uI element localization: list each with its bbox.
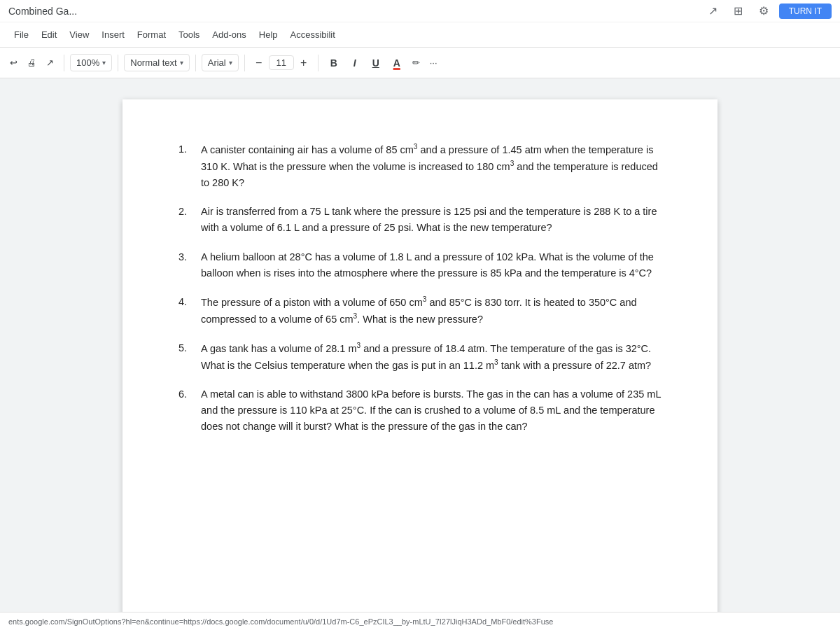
zoom-selector[interactable]: 100% ▾ xyxy=(70,54,112,71)
window-title-bar: Combined Ga... ↗ ⊞ ⚙ TURN IT xyxy=(0,0,840,22)
question-text: Air is transferred from a 75 L tank wher… xyxy=(201,204,662,236)
color-button[interactable]: A xyxy=(387,53,407,73)
question-text: A metal can is able to withstand 3800 kP… xyxy=(201,386,662,435)
question-text: The pressure of a piston with a volume o… xyxy=(201,294,662,328)
list-item: 3. A helium balloon at 28°C has a volume… xyxy=(178,249,662,281)
question-list: 1. A canister containing air has a volum… xyxy=(178,141,662,435)
undo-button[interactable]: ↩ xyxy=(6,55,22,71)
font-size-increase-button[interactable]: + xyxy=(295,55,312,71)
separator-1 xyxy=(64,55,64,71)
separator-2 xyxy=(118,55,118,71)
font-size-display[interactable]: 11 xyxy=(269,55,294,70)
settings-icon[interactable]: ⚙ xyxy=(754,1,774,21)
bold-button[interactable]: B xyxy=(324,53,344,73)
font-size-controls: − 11 + xyxy=(251,55,312,71)
status-url: ents.google.com/SignOutOptions?hl=en&con… xyxy=(8,617,553,626)
question-number: 6. xyxy=(178,386,195,435)
menu-file[interactable]: File xyxy=(8,27,34,43)
font-size-decrease-button[interactable]: − xyxy=(251,55,267,71)
menu-bar: File Edit View Insert Format Tools Add-o… xyxy=(0,22,840,48)
document-title: Combined Ga... xyxy=(8,6,77,17)
style-label: Normal text xyxy=(130,57,176,68)
question-text: A helium balloon at 28°C has a volume of… xyxy=(201,249,662,281)
toolbar: ↩ 🖨 ↗ 100% ▾ Normal text ▾ Arial ▾ − 11 … xyxy=(0,48,840,78)
grid-icon[interactable]: ⊞ xyxy=(729,1,748,21)
color-label: A xyxy=(393,57,400,69)
content-area: 1. A canister containing air has a volum… xyxy=(0,78,840,612)
font-chevron: ▾ xyxy=(229,59,232,66)
menu-addons[interactable]: Add-ons xyxy=(206,27,251,43)
menu-format[interactable]: Format xyxy=(132,27,172,43)
format-buttons: B I U A ✏ ··· xyxy=(324,53,442,73)
style-selector[interactable]: Normal text ▾ xyxy=(124,54,189,71)
turn-it-in-button[interactable]: TURN IT xyxy=(779,4,832,19)
style-chevron: ▾ xyxy=(180,59,183,66)
title-bar-right: ↗ ⊞ ⚙ TURN IT xyxy=(704,1,832,21)
italic-button[interactable]: I xyxy=(345,53,365,73)
question-number: 4. xyxy=(178,294,195,328)
question-text: A gas tank has a volume of 28.1 m3 and a… xyxy=(201,340,662,374)
menu-accessibility[interactable]: Accessibilit xyxy=(285,27,341,43)
separator-3 xyxy=(195,55,196,71)
zoom-chevron: ▾ xyxy=(102,59,106,66)
separator-4 xyxy=(244,55,245,71)
question-number: 1. xyxy=(178,141,195,191)
print-button[interactable]: 🖨 xyxy=(23,55,41,71)
list-item: 2. Air is transferred from a 75 L tank w… xyxy=(178,204,662,236)
question-number: 3. xyxy=(178,249,195,281)
pencil-button[interactable]: ✏ xyxy=(408,55,424,71)
font-label: Arial xyxy=(208,57,226,68)
cursor-mode-button[interactable]: ↗ xyxy=(42,55,58,71)
document-page: 1. A canister containing air has a volum… xyxy=(122,99,718,612)
list-item: 4. The pressure of a piston with a volum… xyxy=(178,294,662,328)
menu-edit[interactable]: Edit xyxy=(36,27,62,43)
separator-5 xyxy=(318,55,318,71)
menu-tools[interactable]: Tools xyxy=(173,27,205,43)
question-number: 5. xyxy=(178,340,195,374)
menu-view[interactable]: View xyxy=(64,27,94,43)
menu-insert[interactable]: Insert xyxy=(96,27,130,43)
arrow-icon[interactable]: ↗ xyxy=(704,1,723,21)
list-item: 6. A metal can is able to withstand 3800… xyxy=(178,386,662,435)
question-text: A canister containing air has a volume o… xyxy=(201,141,662,191)
more-formatting-button[interactable]: ··· xyxy=(426,55,442,71)
list-item: 5. A gas tank has a volume of 28.1 m3 an… xyxy=(178,340,662,374)
font-selector[interactable]: Arial ▾ xyxy=(202,54,239,71)
toolbar-left-icons: ↩ 🖨 ↗ xyxy=(6,55,58,71)
zoom-value: 100% xyxy=(76,57,99,68)
list-item: 1. A canister containing air has a volum… xyxy=(178,141,662,191)
underline-button[interactable]: U xyxy=(366,53,386,73)
menu-help[interactable]: Help xyxy=(253,27,284,43)
status-bar: ents.google.com/SignOutOptions?hl=en&con… xyxy=(0,612,840,630)
question-number: 2. xyxy=(178,204,195,236)
